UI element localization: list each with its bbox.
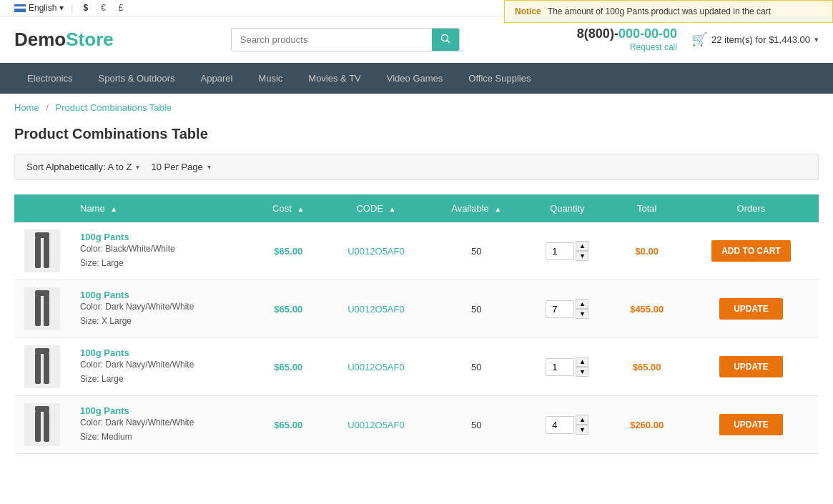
breadcrumb-home[interactable]: Home: [14, 102, 39, 113]
quantity-stepper: ▲ ▼: [576, 241, 588, 261]
product-image-cell: [14, 396, 70, 454]
svg-line-1: [447, 40, 450, 43]
nav-item-movies[interactable]: Movies & TV: [295, 63, 373, 94]
product-link[interactable]: 100g Pants: [80, 290, 243, 300]
code-cell: U0012O5AF0: [324, 222, 429, 280]
per-page-filter[interactable]: 10 Per Page ▾: [151, 162, 210, 172]
quantity-increment[interactable]: ▲: [576, 415, 588, 425]
quantity-input[interactable]: [546, 358, 574, 376]
product-link[interactable]: 100g Pants: [80, 347, 243, 358]
col-available[interactable]: Available ▲: [428, 194, 524, 222]
notice-text: The amount of 100g Pants product was upd…: [548, 6, 771, 16]
available-cell: 50: [428, 338, 524, 396]
product-name-cell: 100g Pants Color: Dark Navy/White/WhiteS…: [70, 280, 253, 338]
add-to-cart-button[interactable]: ADD TO CART: [711, 240, 790, 262]
product-link[interactable]: 100g Pants: [80, 232, 243, 242]
cart-chevron-icon: ▾: [814, 35, 819, 44]
col-name[interactable]: Name ▲: [70, 194, 253, 222]
quantity-cell: ▲ ▼: [524, 338, 610, 396]
request-call-link[interactable]: Request call: [630, 42, 677, 52]
quantity-decrement[interactable]: ▼: [576, 251, 588, 261]
svg-rect-12: [35, 348, 49, 354]
svg-rect-18: [35, 411, 41, 435]
nav-item-music[interactable]: Music: [245, 63, 295, 94]
svg-rect-16: [44, 375, 49, 384]
quantity-stepper: ▲ ▼: [576, 357, 588, 377]
phone-prefix: 8(800)-: [577, 26, 618, 41]
available-cell: 50: [428, 280, 524, 338]
product-link[interactable]: 100g Pants: [80, 405, 243, 416]
update-button[interactable]: UPDATE: [719, 356, 782, 377]
quantity-input[interactable]: [546, 300, 574, 318]
quantity-stepper: ▲ ▼: [576, 299, 588, 319]
perpage-chevron-icon: ▾: [207, 163, 211, 171]
currency-eur[interactable]: €: [98, 3, 109, 13]
product-attrs: Color: Dark Navy/White/WhiteSize: X Larg…: [80, 300, 243, 327]
available-cell: 50: [428, 222, 524, 280]
nav-item-office[interactable]: Office Supplies: [455, 63, 543, 94]
code-value: U0012O5AF0: [348, 420, 405, 430]
nav-item-videogames[interactable]: Video Games: [374, 63, 456, 94]
update-button[interactable]: UPDATE: [719, 414, 782, 435]
order-action-cell: UPDATE: [684, 396, 819, 454]
page-title: Product Combinations Table: [0, 122, 833, 154]
search-button[interactable]: [432, 29, 459, 51]
available-value: 50: [471, 246, 481, 257]
code-value: U0012O5AF0: [348, 246, 405, 257]
product-image: [24, 229, 60, 272]
quantity-increment[interactable]: ▲: [576, 299, 588, 309]
svg-rect-10: [35, 317, 41, 326]
order-action-cell: UPDATE: [684, 280, 819, 338]
svg-rect-17: [35, 406, 49, 412]
total-cell: $0.00: [610, 222, 683, 280]
currency-gbp[interactable]: £: [116, 3, 127, 13]
table-row: 100g Pants Color: Dark Navy/White/WhiteS…: [14, 396, 819, 454]
total-value: $0.00: [635, 246, 659, 257]
quantity-decrement[interactable]: ▼: [576, 367, 588, 377]
cost-value: $65.00: [274, 304, 302, 315]
col-code[interactable]: CODE ▲: [324, 194, 429, 222]
update-button[interactable]: UPDATE: [719, 298, 782, 320]
breadcrumb-current: Product Combinations Table: [56, 102, 172, 113]
col-cost[interactable]: Cost ▲: [253, 194, 324, 222]
code-cell: U0012O5AF0: [324, 280, 429, 338]
cost-cell: $65.00: [253, 396, 324, 454]
lang-label: English: [29, 3, 56, 13]
quantity-increment[interactable]: ▲: [576, 357, 588, 367]
svg-rect-20: [35, 433, 41, 442]
total-value: $260.00: [630, 420, 664, 430]
product-name-cell: 100g Pants Color: Dark Navy/White/WhiteS…: [70, 396, 253, 454]
quantity-input[interactable]: [546, 416, 574, 434]
currency-usd[interactable]: $: [80, 3, 91, 13]
sort-filter[interactable]: Sort Alphabetically: A to Z ▾: [26, 162, 139, 172]
nav-item-sports[interactable]: Sports & Outdoors: [86, 63, 188, 94]
cost-cell: $65.00: [253, 338, 324, 396]
notice-bar: Notice The amount of 100g Pants product …: [504, 0, 833, 23]
language-selector[interactable]: English ▾: [14, 3, 64, 13]
search-input[interactable]: [232, 29, 432, 51]
svg-rect-13: [35, 353, 41, 377]
per-page-label: 10 Per Page: [151, 162, 202, 172]
quantity-increment[interactable]: ▲: [576, 241, 588, 251]
cart-block[interactable]: 🛒 22 item(s) for $1,443.00 ▾: [691, 31, 819, 47]
products-table: Name ▲ Cost ▲ CODE ▲ Available ▲ Quantit…: [14, 194, 819, 454]
quantity-decrement[interactable]: ▼: [576, 425, 588, 435]
product-image: [24, 287, 60, 330]
product-attrs: Color: Dark Navy/White/WhiteSize: Medium: [80, 416, 243, 443]
nav-item-electronics[interactable]: Electronics: [14, 63, 86, 94]
site-logo[interactable]: Demo Store: [14, 29, 114, 51]
cost-sort-icon: ▲: [297, 205, 304, 213]
quantity-decrement[interactable]: ▼: [576, 309, 588, 319]
col-total: Total: [610, 194, 683, 222]
svg-rect-7: [35, 290, 49, 296]
cost-value: $65.00: [274, 362, 302, 372]
svg-rect-5: [35, 260, 41, 268]
svg-rect-4: [44, 237, 49, 262]
svg-point-0: [441, 34, 448, 41]
search-box: [231, 28, 460, 51]
nav-item-apparel[interactable]: Apparel: [188, 63, 246, 94]
total-cell: $260.00: [610, 396, 683, 454]
quantity-input[interactable]: [546, 242, 574, 260]
total-value: $455.00: [630, 304, 664, 315]
quantity-cell: ▲ ▼: [524, 396, 610, 454]
